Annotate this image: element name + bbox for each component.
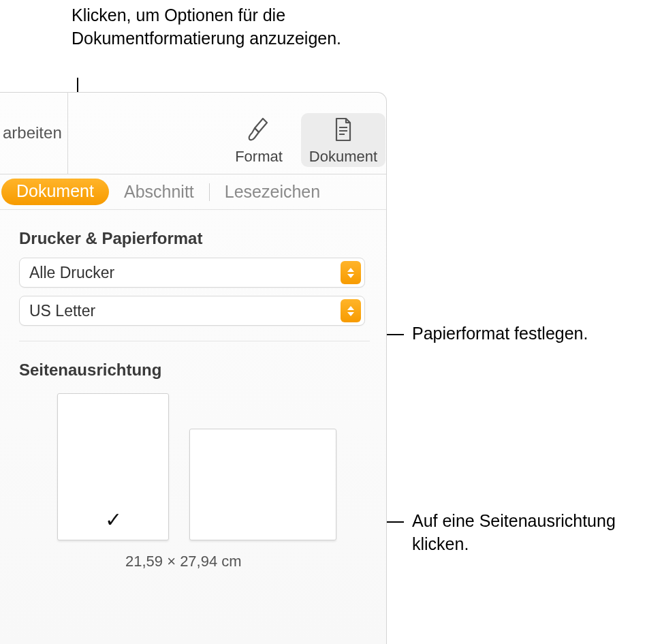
inspector-panel: arbeiten Format — [0, 92, 387, 644]
toolbar-button-group: Format Dokument — [217, 113, 386, 174]
paper-size-value: US Letter — [29, 302, 95, 320]
orientation-options: ✓ — [57, 393, 370, 540]
paintbrush-icon — [247, 114, 271, 145]
document-button[interactable]: Dokument — [301, 113, 385, 167]
main-toolbar: arbeiten Format — [0, 93, 386, 174]
inspector-content: Drucker & Papierformat Alle Drucker US L… — [0, 210, 386, 570]
printer-paper-title: Drucker & Papierformat — [19, 229, 370, 248]
tab-section[interactable]: Abschnitt — [109, 182, 209, 202]
toolbar-left-fragment: arbeiten — [0, 92, 68, 174]
document-label: Dokument — [309, 148, 377, 166]
checkmark-icon: ✓ — [58, 508, 168, 532]
toolbar-left-label: arbeiten — [3, 123, 62, 142]
orientation-title: Seitenausrichtung — [19, 361, 370, 380]
tab-document[interactable]: Dokument — [1, 179, 109, 205]
section-divider — [19, 341, 370, 341]
format-label: Format — [235, 148, 283, 166]
orientation-portrait[interactable]: ✓ — [57, 393, 169, 540]
callout-top: Klicken, um Optionen für die Dokumentfor… — [72, 4, 364, 50]
printer-popup-value: Alle Drucker — [29, 264, 114, 282]
inspector-subtabs: Dokument Abschnitt Lesezeichen — [0, 174, 386, 210]
callout-paper: Papierformat festlegen. — [412, 322, 588, 346]
page-dimensions: 21,59 × 27,94 cm — [125, 553, 370, 570]
popup-arrows-icon — [341, 261, 361, 284]
printer-popup[interactable]: Alle Drucker — [19, 258, 365, 288]
orientation-landscape[interactable] — [189, 429, 336, 540]
format-button[interactable]: Format — [217, 113, 301, 167]
popup-arrows-icon — [341, 299, 361, 322]
paper-size-popup[interactable]: US Letter — [19, 296, 365, 326]
callout-orient: Auf eine Seitenausrichtung klicken. — [412, 510, 657, 556]
document-icon — [332, 114, 354, 145]
tab-bookmarks[interactable]: Lesezeichen — [210, 182, 335, 202]
